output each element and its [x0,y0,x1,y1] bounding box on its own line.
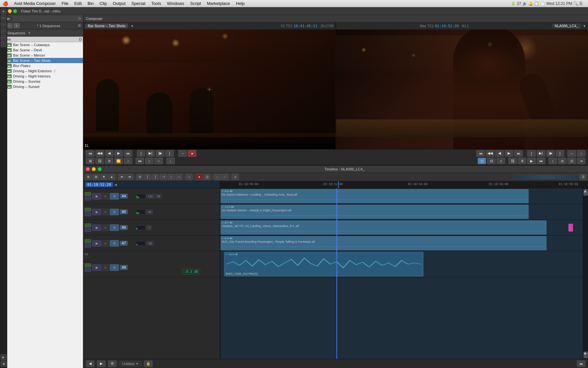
tl-prev-edit-btn[interactable]: ← [221,174,229,180]
rec-step-back-btn[interactable]: ◀◀ [486,150,494,157]
timeline-max-btn[interactable] [98,167,102,171]
rewind-btn[interactable]: ◀ [105,150,113,157]
a4-solo-btn[interactable] [85,197,91,201]
tool-extract-btn[interactable]: → [1,28,7,34]
rec-go-end-btn[interactable]: ⏭ [514,150,523,157]
a5-mute-btn[interactable] [85,208,91,212]
timeline-close-btn[interactable] [86,167,90,171]
rec-play2-btn[interactable]: ▶ [527,158,536,164]
bin-close-sub-icon[interactable]: ✕ [28,31,31,35]
bin-item-nightint[interactable]: ▬ Driving – Night Interiors [0,74,83,79]
minimize-btn[interactable] [8,9,12,13]
a7-solo-btn[interactable] [85,244,91,248]
tl-audio-btn[interactable]: ♪ [186,174,193,180]
record-btn[interactable]: ● [188,150,196,157]
a9-solo-btn[interactable] [85,268,91,272]
rec-overwrite-btn[interactable]: ⊘ [558,158,566,164]
tool-expand-btn[interactable]: ▶ [1,354,7,360]
bin-plus-btn[interactable]: + [14,23,20,28]
bin-item-sunrise[interactable]: ▬ Driving – Sunrise [0,79,83,84]
tl-track-a4[interactable]: = -9.0 dB 04 Airport Ambience –Loading _… [220,188,583,204]
rec-play-in-btn[interactable]: ▶[ [537,150,545,157]
a7-clip[interactable]: = -8.3 dB 5US_City Transit Boarding Pass… [220,236,547,250]
step-fwd-2-btn[interactable]: ⏩ [114,158,123,164]
tl-split-btn[interactable]: ⊣ [160,174,167,180]
rec-redo-btn[interactable]: ⊡ [567,158,576,164]
go-to-end-btn[interactable]: ⏭ [124,150,132,157]
bin-item-twoshots[interactable]: ▬ Bar Scene – Two Shots [0,58,83,63]
a7-pan-btn[interactable]: ⊙ [102,240,109,247]
a4-track-vol-btn[interactable]: ⚙ [110,193,119,200]
tool-lift-btn[interactable]: ↑ [1,22,7,27]
a4-clip[interactable]: = -9.0 dB 04 Airport Ambience –Loading _… [220,189,529,203]
rec-monitor-btn[interactable]: ⊡ [478,158,486,164]
overwrite-btn[interactable]: ↓ [166,158,175,164]
rec-sync-btn[interactable]: ↔ [567,150,576,157]
rec-splice-btn[interactable]: ↕ [548,158,557,164]
bin-item-devil[interactable]: ▬ Bar Scene – Devil [0,47,83,53]
quad-btn[interactable]: ⊞ [86,158,94,164]
a6-track-vol-btn[interactable]: ⚙ [110,224,119,231]
a5-pan-btn[interactable]: ⊙ [102,209,109,215]
source-video[interactable]: + IL [83,29,335,149]
tl-status-lock-btn[interactable]: 🔒 [144,360,153,367]
a7-track-vol-btn[interactable]: ⚙ [110,240,119,247]
tl-track-a9[interactable]: = -11.0 dB [220,251,583,277]
tl-lift-btn[interactable]: ↕ [168,174,175,180]
a9-clip[interactable]: = -11.0 dB [224,252,423,276]
rec-match-btn[interactable]: ↕ [577,150,585,157]
menu-file[interactable]: File [59,0,71,7]
a9-mute-btn[interactable] [85,263,91,267]
record-dropdown-icon[interactable]: ▼ [583,24,586,28]
record-video[interactable] [336,29,588,149]
menu-output[interactable]: Output [110,0,128,7]
rec-skip-btn[interactable]: ↠ [577,158,585,164]
mark-in-btn[interactable]: [ [137,150,145,157]
tl-vol-btn[interactable]: ♬ [232,174,239,180]
rec-mark-in-btn[interactable]: [ [527,150,536,157]
audio-btn[interactable]: ♪ [124,158,132,164]
a5-input-btn[interactable]: ▶ [92,209,101,215]
menu-edit[interactable]: Edit [72,0,84,7]
mark-out-btn[interactable]: ] [165,150,174,157]
play-in-btn[interactable]: ▶[ [146,150,155,157]
tl-extract-btn[interactable]: ↔ [175,174,183,180]
source-dropdown-icon[interactable]: ▼ [131,24,134,28]
a6-input-btn[interactable]: ▶ [92,224,101,231]
link-btn[interactable]: ⛓ [95,158,104,164]
a9-pan-btn[interactable]: ⊙ [102,264,109,271]
rec-go-start-btn[interactable]: ⏮ [476,150,485,157]
menu-avid[interactable]: Avid Media Composer [11,0,58,7]
bin-expand-icon[interactable]: ⊙ [78,16,81,21]
tl-status-dropdown-icon[interactable]: ▼ [136,362,139,365]
tool-overwrite-btn[interactable]: ↓ [1,41,7,47]
scroll-up-btn[interactable]: ▲ [583,189,588,196]
tl-track-a5[interactable]: = -11.0 dB 02 Airplane Interior – Steady… [220,204,583,220]
tl-track-a6[interactable]: = -8.7 dB Airplane_Jet 727_Int_Landing_V… [220,220,583,236]
a4-input-btn[interactable]: ▶ [92,193,101,200]
tool-trim-btn[interactable]: ✂ [1,15,7,21]
a4-pan-btn[interactable]: ⊙ [102,193,109,200]
bin-item-cutaways[interactable]: ▬ Bar Scene – Cutaways [0,42,83,47]
record-seq-name[interactable]: NLA086_LC4_ [552,24,581,28]
extract-btn[interactable]: ↔ [155,158,163,164]
tl-status-play-btn[interactable]: ▶ [97,360,106,367]
source-seq-name[interactable]: Bar Scene – Two Shots [85,24,128,28]
menu-tools[interactable]: Tools [149,0,164,7]
bin-item-mercer[interactable]: ▬ Bar Scene – Mercer [0,53,83,58]
menu-script[interactable]: Script [188,0,204,7]
menu-bin[interactable]: Bin [85,0,96,7]
bin-item-blur[interactable]: ▬ Blur Plates [0,63,83,68]
right-scrollbar[interactable]: ▲ ▼ [583,188,588,359]
bin-item-sunset[interactable]: ▬ Driving – Sunset [0,84,83,89]
menu-special[interactable]: Special [129,0,148,7]
tl-status-label-btn[interactable]: Untitled ▼ [119,361,141,366]
rec-play-btn[interactable]: ▶ [505,150,513,157]
a4-track-badge[interactable]: A4 [120,194,128,199]
end-btn[interactable]: ⏭ [136,158,144,164]
scroll-down-btn[interactable]: ▼ [583,352,588,358]
rec-play-out-btn[interactable]: ]▶ [546,150,555,157]
rec-rewind-btn[interactable]: ◀ [495,150,504,157]
a7-track-badge[interactable]: A7 [120,241,128,246]
a5-clip[interactable]: = -11.0 dB 02 Airplane Interior – Steady… [220,205,529,219]
